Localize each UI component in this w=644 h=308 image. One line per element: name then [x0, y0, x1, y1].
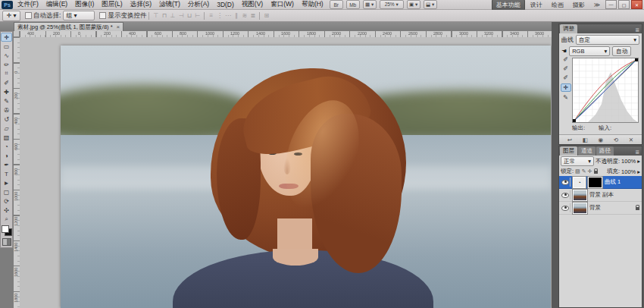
- layer-visibility-toggle[interactable]: [561, 190, 571, 200]
- screen-mode-icon[interactable]: ⬓ ▾: [424, 0, 437, 9]
- workspace-design-button[interactable]: 设计: [527, 0, 546, 10]
- layer-thumbnail[interactable]: [573, 190, 587, 201]
- menu-3d[interactable]: 3D(D): [214, 1, 237, 8]
- document-tab[interactable]: 素材.jpg @ 25%(曲线 1, 图层蒙版/8) * ×: [14, 22, 123, 31]
- distribute-hcenter-icon[interactable]: ≋: [240, 11, 249, 20]
- clone-stamp-tool[interactable]: ✇: [1, 105, 12, 115]
- lock-transparency-icon[interactable]: ▨: [575, 168, 580, 174]
- menu-edit[interactable]: 编辑(E): [43, 0, 70, 9]
- workspace-more-chevron[interactable]: ≫: [590, 1, 604, 9]
- distribute-vcenter-icon[interactable]: ⋮: [215, 11, 224, 20]
- opacity-value[interactable]: 100%: [621, 158, 636, 165]
- align-top-icon[interactable]: ⊤: [152, 11, 160, 20]
- distribute-bottom-icon[interactable]: ⋯: [224, 11, 232, 20]
- view-extras-icon[interactable]: ▦ ▾: [363, 0, 377, 9]
- align-hcenter-icon[interactable]: ⊔: [185, 11, 193, 20]
- menu-filter[interactable]: 滤镜(T): [156, 0, 183, 9]
- targeted-adjustment-tool-icon[interactable]: ✛: [561, 83, 571, 92]
- tab-channels[interactable]: 通道: [578, 146, 596, 156]
- 3d-rotate-tool[interactable]: ⟳: [1, 196, 12, 206]
- move-tool-preset[interactable]: ✛ ▾: [2, 11, 20, 21]
- curves-channel-dropdown[interactable]: RGB ▾: [569, 46, 610, 56]
- document-tab-close-icon[interactable]: ×: [117, 24, 120, 30]
- layer-visibility-icon[interactable]: ◉: [599, 137, 604, 143]
- pen-tool[interactable]: ✒: [1, 160, 12, 169]
- gray-point-eyedropper-icon[interactable]: ✐: [563, 65, 568, 72]
- hand-tool[interactable]: ✣: [1, 206, 12, 215]
- layer-name[interactable]: 曲线 1: [605, 178, 621, 186]
- layer-row-background-copy[interactable]: 背景 副本: [559, 189, 642, 202]
- layer-visibility-toggle[interactable]: [561, 178, 571, 187]
- foreground-color-swatch[interactable]: [2, 225, 9, 233]
- menu-image[interactable]: 图像(I): [72, 0, 97, 9]
- spot-healing-brush-tool[interactable]: ✚: [1, 87, 12, 96]
- arrange-documents-icon[interactable]: ▣ ▾: [407, 0, 420, 9]
- fill-slider-arrow[interactable]: ▸: [637, 168, 640, 175]
- curves-preset-dropdown[interactable]: 自定 ▾: [576, 35, 639, 45]
- tab-layers[interactable]: 图层: [560, 146, 577, 156]
- tab-adjustments[interactable]: 调整: [560, 24, 577, 33]
- canvas-pasteboard[interactable]: [20, 37, 552, 308]
- lock-position-icon[interactable]: ✛: [588, 168, 592, 174]
- menu-window[interactable]: 窗口(W): [267, 0, 297, 9]
- auto-align-layers-icon[interactable]: ⊞: [262, 11, 270, 20]
- ruler-origin-corner[interactable]: [14, 31, 20, 37]
- menu-layer[interactable]: 图层(L): [98, 0, 125, 9]
- auto-select-dropdown[interactable]: 组 ▾: [63, 11, 95, 20]
- quick-mask-mode-button[interactable]: [2, 238, 11, 246]
- menu-analysis[interactable]: 分析(A): [185, 0, 212, 9]
- opacity-slider-arrow[interactable]: ▸: [637, 158, 640, 165]
- align-vcenter-icon[interactable]: ⊓: [160, 11, 168, 20]
- brush-tool[interactable]: ✎: [1, 96, 12, 105]
- history-brush-tool[interactable]: ↺: [1, 115, 12, 124]
- window-minimize-button[interactable]: —: [605, 0, 617, 9]
- align-right-icon[interactable]: ⊢: [193, 11, 202, 20]
- curves-auto-button[interactable]: 自动: [612, 46, 631, 56]
- align-bottom-icon[interactable]: ⊥: [168, 11, 177, 20]
- crop-tool[interactable]: ⌗: [1, 69, 12, 78]
- menu-help[interactable]: 帮助(H): [299, 0, 327, 9]
- reset-adjustment-icon[interactable]: ⟲: [614, 137, 618, 143]
- rectangle-shape-tool[interactable]: ▢: [1, 187, 12, 196]
- white-point-eyedropper-icon[interactable]: ✐: [563, 74, 568, 81]
- move-tool[interactable]: ✛: [1, 33, 12, 42]
- rectangular-marquee-tool[interactable]: ▭: [1, 42, 12, 51]
- black-point-eyedropper-icon[interactable]: ✐: [563, 56, 568, 63]
- workspace-essentials-button[interactable]: 基本功能: [492, 0, 525, 11]
- return-to-list-icon[interactable]: ↩: [567, 137, 572, 143]
- eraser-tool[interactable]: ▱: [1, 124, 12, 133]
- window-maximize-button[interactable]: ▢: [618, 0, 630, 9]
- blur-tool[interactable]: ◔: [1, 142, 12, 151]
- layer-thumbnail[interactable]: [573, 203, 587, 214]
- distribute-left-icon[interactable]: ∥: [232, 11, 240, 20]
- curves-pencil-icon[interactable]: ✎: [563, 94, 568, 101]
- quick-selection-tool[interactable]: ✏: [1, 60, 12, 69]
- menu-view[interactable]: 视图(V): [239, 0, 266, 9]
- layer-name[interactable]: 背景: [589, 204, 601, 212]
- targeted-adjustment-hand-icon[interactable]: ☚: [561, 48, 567, 55]
- delete-adjustment-icon[interactable]: ✕: [629, 137, 633, 143]
- fill-value[interactable]: 100%: [621, 168, 636, 175]
- distribute-top-icon[interactable]: ≡: [207, 11, 215, 20]
- workspace-photography-button[interactable]: 摄影: [569, 0, 589, 10]
- menu-select[interactable]: 选择(S): [127, 0, 155, 9]
- menu-file[interactable]: 文件(F): [14, 0, 42, 9]
- lock-all-icon[interactable]: [594, 171, 598, 174]
- curves-grid[interactable]: [572, 58, 639, 123]
- mini-bridge-icon[interactable]: Mb: [346, 0, 360, 9]
- path-selection-tool[interactable]: ►: [1, 178, 12, 187]
- lasso-tool[interactable]: ∿: [1, 51, 12, 60]
- panel-menu-icon[interactable]: ≣: [633, 149, 641, 156]
- panel-menu-icon[interactable]: ≣: [633, 27, 641, 33]
- layer-visibility-toggle[interactable]: [561, 203, 571, 212]
- gradient-tool[interactable]: ▧: [1, 133, 12, 142]
- layer-mask-thumbnail[interactable]: [588, 177, 602, 188]
- layer-row-curves1[interactable]: ◔ 曲线 1: [559, 176, 642, 189]
- curves-adjustment-thumbnail[interactable]: ◔: [573, 177, 586, 188]
- bridge-icon[interactable]: Br: [330, 0, 343, 9]
- layer-name[interactable]: 背景 副本: [589, 191, 614, 199]
- zoom-level-dropdown[interactable]: 25% ▾: [380, 0, 404, 9]
- type-tool[interactable]: T: [1, 169, 12, 178]
- distribute-right-icon[interactable]: ≣: [249, 11, 257, 20]
- layer-row-background[interactable]: 背景: [559, 202, 642, 215]
